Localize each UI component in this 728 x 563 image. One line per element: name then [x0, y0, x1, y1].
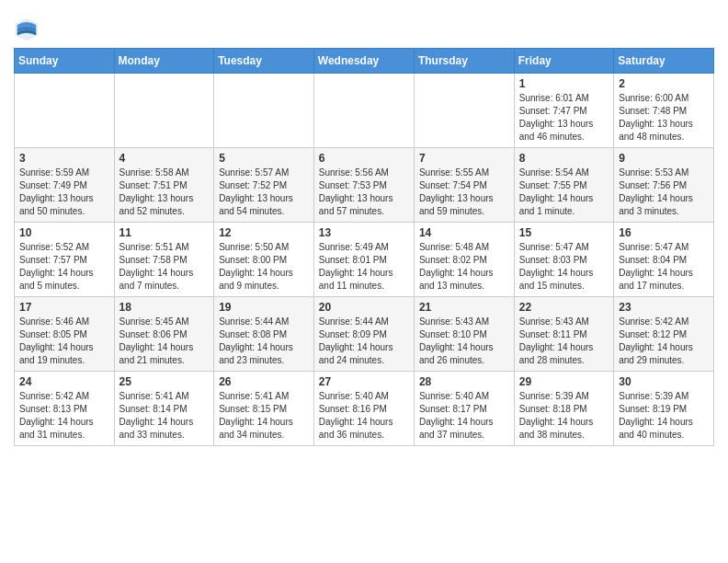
- day-number: 11: [119, 226, 210, 239]
- day-info: Sunrise: 5:52 AM Sunset: 7:57 PM Dayligh…: [19, 241, 109, 293]
- calendar-cell: 12Sunrise: 5:50 AM Sunset: 8:00 PM Dayli…: [214, 223, 314, 297]
- day-number: 6: [319, 152, 409, 165]
- day-number: 21: [419, 301, 509, 314]
- day-number: 16: [619, 226, 709, 239]
- calendar-cell: 13Sunrise: 5:49 AM Sunset: 8:01 PM Dayli…: [313, 223, 414, 297]
- day-number: 25: [119, 375, 210, 388]
- day-number: 4: [119, 152, 210, 165]
- day-info: Sunrise: 5:45 AM Sunset: 8:06 PM Dayligh…: [119, 316, 210, 367]
- calendar-cell: 5Sunrise: 5:57 AM Sunset: 7:52 PM Daylig…: [214, 148, 314, 223]
- day-number: 18: [119, 301, 210, 314]
- calendar-cell: 7Sunrise: 5:55 AM Sunset: 7:54 PM Daylig…: [414, 148, 514, 223]
- page-header: [14, 9, 714, 42]
- day-number: 20: [319, 301, 409, 314]
- calendar-cell: 1Sunrise: 6:01 AM Sunset: 7:47 PM Daylig…: [514, 74, 613, 148]
- calendar-cell: 16Sunrise: 5:47 AM Sunset: 8:04 PM Dayli…: [614, 223, 714, 297]
- day-number: 8: [519, 152, 609, 165]
- day-info: Sunrise: 6:00 AM Sunset: 7:48 PM Dayligh…: [619, 92, 709, 144]
- day-number: 26: [219, 375, 309, 388]
- calendar-cell: 20Sunrise: 5:44 AM Sunset: 8:09 PM Dayli…: [313, 297, 414, 372]
- calendar-header-row: SundayMondayTuesdayWednesdayThursdayFrid…: [15, 49, 714, 74]
- day-info: Sunrise: 5:46 AM Sunset: 8:05 PM Dayligh…: [19, 316, 109, 367]
- calendar-week-row-4: 17Sunrise: 5:46 AM Sunset: 8:05 PM Dayli…: [15, 297, 714, 372]
- day-info: Sunrise: 5:40 AM Sunset: 8:17 PM Dayligh…: [419, 390, 509, 442]
- calendar-cell: [214, 74, 314, 148]
- weekday-header-monday: Monday: [114, 49, 214, 74]
- day-info: Sunrise: 5:41 AM Sunset: 8:14 PM Dayligh…: [119, 390, 210, 442]
- calendar-cell: 26Sunrise: 5:41 AM Sunset: 8:15 PM Dayli…: [214, 372, 314, 446]
- day-info: Sunrise: 5:51 AM Sunset: 7:58 PM Dayligh…: [119, 241, 210, 293]
- day-info: Sunrise: 5:42 AM Sunset: 8:12 PM Dayligh…: [619, 316, 709, 367]
- logo: [14, 17, 43, 42]
- calendar-week-row-3: 10Sunrise: 5:52 AM Sunset: 7:57 PM Dayli…: [15, 223, 714, 297]
- day-number: 14: [419, 226, 509, 239]
- day-number: 10: [19, 226, 109, 239]
- logo-icon: [14, 17, 40, 42]
- calendar-cell: 28Sunrise: 5:40 AM Sunset: 8:17 PM Dayli…: [414, 372, 514, 446]
- calendar-cell: 21Sunrise: 5:43 AM Sunset: 8:10 PM Dayli…: [414, 297, 514, 372]
- day-info: Sunrise: 5:44 AM Sunset: 8:09 PM Dayligh…: [319, 316, 409, 367]
- day-number: 9: [619, 152, 709, 165]
- day-info: Sunrise: 5:43 AM Sunset: 8:11 PM Dayligh…: [519, 316, 609, 367]
- calendar-cell: 14Sunrise: 5:48 AM Sunset: 8:02 PM Dayli…: [414, 223, 514, 297]
- calendar-cell: 19Sunrise: 5:44 AM Sunset: 8:08 PM Dayli…: [214, 297, 314, 372]
- weekday-header-thursday: Thursday: [414, 49, 514, 74]
- day-number: 23: [619, 301, 709, 314]
- calendar-cell: [15, 74, 115, 148]
- day-info: Sunrise: 5:56 AM Sunset: 7:53 PM Dayligh…: [319, 167, 409, 218]
- weekday-header-saturday: Saturday: [614, 49, 714, 74]
- day-number: 30: [619, 375, 709, 388]
- calendar-cell: [414, 74, 514, 148]
- calendar-cell: 10Sunrise: 5:52 AM Sunset: 7:57 PM Dayli…: [15, 223, 115, 297]
- day-info: Sunrise: 5:42 AM Sunset: 8:13 PM Dayligh…: [19, 390, 109, 442]
- day-number: 22: [519, 301, 609, 314]
- day-number: 3: [19, 152, 109, 165]
- calendar-cell: 17Sunrise: 5:46 AM Sunset: 8:05 PM Dayli…: [15, 297, 115, 372]
- day-number: 12: [219, 226, 309, 239]
- day-info: Sunrise: 5:59 AM Sunset: 7:49 PM Dayligh…: [19, 167, 109, 218]
- weekday-header-sunday: Sunday: [15, 49, 115, 74]
- day-info: Sunrise: 5:39 AM Sunset: 8:19 PM Dayligh…: [619, 390, 709, 442]
- calendar-cell: 27Sunrise: 5:40 AM Sunset: 8:16 PM Dayli…: [313, 372, 414, 446]
- day-info: Sunrise: 5:47 AM Sunset: 8:04 PM Dayligh…: [619, 241, 709, 293]
- calendar-cell: 18Sunrise: 5:45 AM Sunset: 8:06 PM Dayli…: [114, 297, 214, 372]
- day-info: Sunrise: 5:40 AM Sunset: 8:16 PM Dayligh…: [319, 390, 409, 442]
- calendar-cell: 22Sunrise: 5:43 AM Sunset: 8:11 PM Dayli…: [514, 297, 613, 372]
- day-number: 24: [19, 375, 109, 388]
- weekday-header-friday: Friday: [514, 49, 613, 74]
- calendar-cell: 25Sunrise: 5:41 AM Sunset: 8:14 PM Dayli…: [114, 372, 214, 446]
- day-info: Sunrise: 5:50 AM Sunset: 8:00 PM Dayligh…: [219, 241, 309, 293]
- weekday-header-tuesday: Tuesday: [214, 49, 314, 74]
- calendar-cell: 29Sunrise: 5:39 AM Sunset: 8:18 PM Dayli…: [514, 372, 613, 446]
- day-number: 1: [519, 77, 609, 90]
- day-number: 5: [219, 152, 309, 165]
- day-info: Sunrise: 5:57 AM Sunset: 7:52 PM Dayligh…: [219, 167, 309, 218]
- calendar-table: SundayMondayTuesdayWednesdayThursdayFrid…: [14, 48, 714, 446]
- day-info: Sunrise: 5:44 AM Sunset: 8:08 PM Dayligh…: [219, 316, 309, 367]
- day-info: Sunrise: 6:01 AM Sunset: 7:47 PM Dayligh…: [519, 92, 609, 144]
- day-number: 7: [419, 152, 509, 165]
- day-number: 28: [419, 375, 509, 388]
- day-info: Sunrise: 5:43 AM Sunset: 8:10 PM Dayligh…: [419, 316, 509, 367]
- day-info: Sunrise: 5:53 AM Sunset: 7:56 PM Dayligh…: [619, 167, 709, 218]
- calendar-cell: 3Sunrise: 5:59 AM Sunset: 7:49 PM Daylig…: [15, 148, 115, 223]
- calendar-cell: 15Sunrise: 5:47 AM Sunset: 8:03 PM Dayli…: [514, 223, 613, 297]
- calendar-cell: [114, 74, 214, 148]
- day-info: Sunrise: 5:48 AM Sunset: 8:02 PM Dayligh…: [419, 241, 509, 293]
- day-info: Sunrise: 5:39 AM Sunset: 8:18 PM Dayligh…: [519, 390, 609, 442]
- day-number: 17: [19, 301, 109, 314]
- calendar-cell: 30Sunrise: 5:39 AM Sunset: 8:19 PM Dayli…: [614, 372, 714, 446]
- calendar-cell: 23Sunrise: 5:42 AM Sunset: 8:12 PM Dayli…: [614, 297, 714, 372]
- day-number: 19: [219, 301, 309, 314]
- calendar-cell: 6Sunrise: 5:56 AM Sunset: 7:53 PM Daylig…: [313, 148, 414, 223]
- calendar-cell: 2Sunrise: 6:00 AM Sunset: 7:48 PM Daylig…: [614, 74, 714, 148]
- day-number: 15: [519, 226, 609, 239]
- calendar-cell: 8Sunrise: 5:54 AM Sunset: 7:55 PM Daylig…: [514, 148, 613, 223]
- calendar-week-row-5: 24Sunrise: 5:42 AM Sunset: 8:13 PM Dayli…: [15, 372, 714, 446]
- calendar-cell: 11Sunrise: 5:51 AM Sunset: 7:58 PM Dayli…: [114, 223, 214, 297]
- day-number: 13: [319, 226, 409, 239]
- day-info: Sunrise: 5:49 AM Sunset: 8:01 PM Dayligh…: [319, 241, 409, 293]
- calendar-cell: 9Sunrise: 5:53 AM Sunset: 7:56 PM Daylig…: [614, 148, 714, 223]
- day-number: 27: [319, 375, 409, 388]
- calendar-cell: [313, 74, 414, 148]
